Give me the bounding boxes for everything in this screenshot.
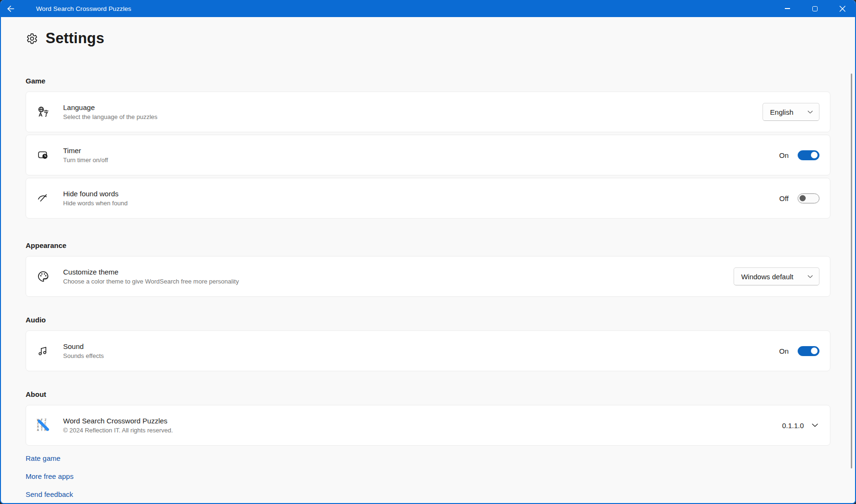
setting-row-hide-found-words: Hide found words Hide words when found O… [26,178,830,219]
setting-description: Turn timer on/off [63,156,108,164]
about-copyright: © 2024 Reflection IT. All rights reserve… [63,427,173,434]
setting-description: Sounds effects [63,352,104,359]
app-window: Word Search Crossword Puzzles Settings G… [0,0,856,504]
footer-links: Rate game More free apps Send feedback [26,454,830,499]
close-icon [839,6,846,12]
setting-description: Choose a color theme to give WordSearch … [63,278,239,285]
sound-toggle-state: On [779,347,789,355]
maximize-button[interactable] [801,0,828,17]
eye-off-icon [37,192,49,204]
chevron-down-icon [812,423,818,427]
about-expander[interactable]: 0.1.1.0 [782,422,819,430]
back-button[interactable] [0,0,21,17]
setting-row-timer: Timer Turn timer on/off On [26,135,830,175]
toggle-knob [811,152,818,158]
minimize-button[interactable] [773,0,801,17]
setting-row-language: Language Select the language of the puzz… [26,92,830,132]
chevron-down-icon [808,110,813,114]
gear-icon [26,32,38,45]
setting-description: Hide words when found [63,200,128,207]
window-title: Word Search Crossword Puzzles [36,5,131,12]
page-title-text: Settings [46,30,104,47]
version-number: 0.1.1.0 [782,422,804,430]
about-row: WFZ ZBC XQV ATM Word Search Crossword Pu… [26,405,830,446]
sound-toggle[interactable] [798,346,819,356]
section-label-appearance: Appearance [26,241,830,249]
section-label-audio: Audio [26,316,830,324]
vertical-scrollbar[interactable] [851,73,852,468]
timer-icon [37,149,49,161]
section-label-about: About [26,390,830,398]
language-dropdown-value: English [770,108,793,116]
window-controls [773,0,856,17]
section-label-game: Game [26,77,830,85]
setting-description: Select the language of the puzzles [63,113,158,120]
titlebar: Word Search Crossword Puzzles [0,0,856,17]
toggle-knob [811,348,818,354]
app-logo-icon: WFZ ZBC XQV ATM [37,419,49,431]
maximize-icon [812,6,818,11]
more-free-apps-link[interactable]: More free apps [26,472,74,481]
timer-toggle[interactable] [798,150,819,160]
theme-dropdown-value: Windows default [741,273,793,281]
setting-row-customize-theme: Customize theme Choose a color theme to … [26,256,830,297]
settings-page: Settings Game [1,17,855,503]
rate-game-link[interactable]: Rate game [26,454,60,463]
palette-icon [37,270,49,283]
hide-found-words-toggle-state: Off [779,194,789,202]
close-button[interactable] [828,0,856,17]
back-arrow-icon [7,5,15,12]
language-dropdown[interactable]: English [763,103,819,121]
setting-title: Hide found words [63,190,128,198]
setting-title: Timer [63,147,108,155]
translate-icon [37,106,49,118]
toggle-knob [800,195,806,202]
setting-title: Sound [63,342,104,350]
timer-toggle-state: On [779,151,789,159]
setting-title: Customize theme [63,268,239,276]
send-feedback-link[interactable]: Send feedback [26,490,73,499]
page-title: Settings [26,30,830,47]
setting-title: Language [63,103,158,111]
theme-dropdown[interactable]: Windows default [734,267,819,285]
about-app-name: Word Search Crossword Puzzles [63,417,173,425]
music-note-icon [37,345,49,357]
hide-found-words-toggle[interactable] [798,193,819,203]
chevron-down-icon [808,275,813,278]
setting-row-sound: Sound Sounds effects On [26,330,830,371]
minimize-icon [785,8,790,9]
